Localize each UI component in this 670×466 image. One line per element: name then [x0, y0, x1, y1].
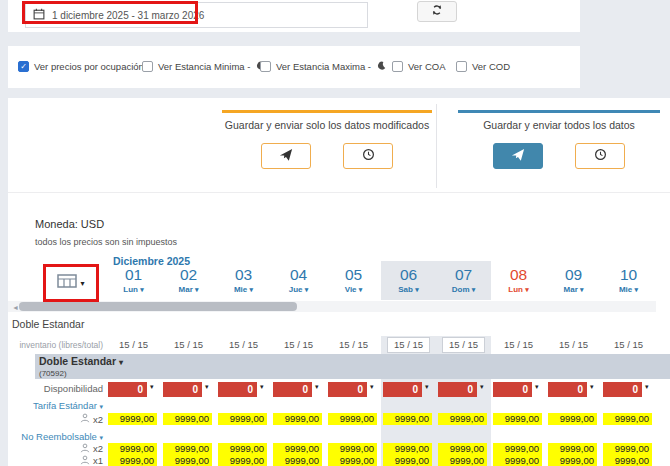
inventory-cell[interactable]: 15 / 15 — [271, 336, 326, 354]
inventory-cell[interactable]: 15 / 15 — [491, 336, 546, 354]
price-input[interactable]: 9999,00 — [603, 443, 652, 455]
checkbox-icon[interactable] — [392, 61, 403, 72]
day-header-01[interactable]: 01Lun ▾ — [106, 252, 161, 300]
inventory-cell[interactable]: 15 / 15 — [326, 336, 381, 354]
day-of-week[interactable]: Jue ▾ — [271, 285, 326, 294]
refresh-button[interactable] — [417, 1, 457, 22]
send-all-button[interactable] — [493, 143, 543, 169]
day-of-week[interactable]: Lun ▾ — [491, 285, 546, 294]
day-header-02[interactable]: 02Mar ▾ — [161, 252, 216, 300]
day-of-week[interactable]: Lun ▾ — [106, 285, 161, 294]
schedule-modified-button[interactable] — [343, 143, 393, 169]
day-of-week[interactable]: Dom ▾ — [436, 285, 491, 294]
price-input[interactable]: 9999,00 — [108, 455, 157, 466]
price-input[interactable]: 9999,00 — [218, 443, 267, 455]
price-input[interactable]: 9999,00 — [548, 455, 597, 466]
chevron-down-icon[interactable]: ▾ — [425, 383, 429, 391]
price-input[interactable]: 9999,00 — [273, 413, 322, 425]
date-range-input[interactable]: 1 diciembre 2025 - 31 marzo 2026 — [25, 2, 368, 28]
scrollbar-thumb[interactable] — [19, 302, 297, 311]
price-input[interactable]: 9999,00 — [603, 455, 652, 466]
day-header-04[interactable]: 04Jue ▾ — [271, 252, 326, 300]
inventory-cell[interactable]: 15 / 15 — [381, 336, 436, 354]
inventory-cell[interactable]: 15 / 15 — [106, 336, 161, 354]
day-of-week[interactable]: Mar ▾ — [161, 285, 216, 294]
price-input[interactable]: 9999,00 — [383, 455, 432, 466]
inventory-cell[interactable]: 15 / 15 — [601, 336, 656, 354]
day-of-week[interactable]: Mie ▾ — [216, 285, 271, 294]
inventory-cell[interactable]: 15 / 15 — [546, 336, 601, 354]
filter-ver-coa[interactable]: Ver COA — [392, 61, 446, 72]
price-input[interactable]: 9999,00 — [328, 443, 377, 455]
price-input[interactable]: 9999,00 — [108, 413, 157, 425]
price-input[interactable]: 9999,00 — [493, 413, 542, 425]
checkbox-icon[interactable] — [142, 61, 153, 72]
checkbox-checked-icon[interactable]: ✓ — [18, 61, 29, 72]
chevron-down-icon[interactable]: ▾ — [315, 383, 319, 391]
filter-estancia-minima[interactable]: Ver Estancia Minima - — [142, 61, 265, 72]
price-input[interactable]: 9999,00 — [548, 413, 597, 425]
day-of-week[interactable]: Sab ▾ — [381, 285, 436, 294]
filter-ver-cod[interactable]: Ver COD — [456, 61, 510, 72]
price-input[interactable]: 9999,00 — [438, 443, 487, 455]
day-header-05[interactable]: 05Vie ▾ — [326, 252, 381, 300]
chevron-down-icon[interactable]: ▾ — [260, 383, 264, 391]
price-input[interactable]: 9999,00 — [383, 413, 432, 425]
scrollbar-track[interactable]: ◄ — [8, 301, 656, 312]
price-input[interactable]: 9999,00 — [273, 455, 322, 466]
price-input[interactable]: 9999,00 — [273, 443, 322, 455]
grid-view-button[interactable]: ▾ — [46, 267, 96, 299]
price-input[interactable]: 9999,00 — [603, 413, 652, 425]
price-input[interactable]: 9999,00 — [493, 455, 542, 466]
chevron-down-icon[interactable]: ▾ — [480, 383, 484, 391]
day-of-week[interactable]: Vie ▾ — [326, 285, 381, 294]
rate-name-dropdown[interactable]: No Reembolsable ▾ — [8, 431, 106, 443]
price-input[interactable]: 9999,00 — [438, 455, 487, 466]
inventory-cell[interactable]: 15 / 15 — [161, 336, 216, 354]
availability-input[interactable]: 0 — [273, 382, 312, 397]
chevron-down-icon[interactable]: ▾ — [205, 383, 209, 391]
availability-input[interactable]: 0 — [493, 382, 532, 397]
filter-estancia-maxima[interactable]: Ver Estancia Maxima - — [260, 61, 401, 72]
inventory-cell[interactable]: 15 / 15 — [436, 336, 491, 354]
day-header-09[interactable]: 09Mar ▾ — [546, 252, 601, 300]
availability-input[interactable]: 0 — [163, 382, 202, 397]
price-input[interactable]: 9999,00 — [328, 413, 377, 425]
price-input[interactable]: 9999,00 — [163, 413, 212, 425]
day-header-06[interactable]: 06Sab ▾ — [381, 252, 436, 300]
availability-input[interactable]: 0 — [548, 382, 587, 397]
scroll-left-arrow-icon[interactable]: ◄ — [12, 303, 19, 312]
availability-input[interactable]: 0 — [383, 382, 422, 397]
availability-input[interactable]: 0 — [108, 382, 147, 397]
chevron-down-icon[interactable]: ▾ — [645, 383, 649, 391]
price-input[interactable]: 9999,00 — [328, 455, 377, 466]
price-input[interactable]: 9999,00 — [218, 413, 267, 425]
availability-input[interactable]: 0 — [218, 382, 257, 397]
chevron-down-icon[interactable]: ▾ — [535, 383, 539, 391]
rate-name-dropdown[interactable]: Tarifa Estándar ▾ — [8, 399, 106, 413]
price-input[interactable]: 9999,00 — [218, 455, 267, 466]
day-header-03[interactable]: 03Mie ▾ — [216, 252, 271, 300]
price-input[interactable]: 9999,00 — [438, 413, 487, 425]
checkbox-icon[interactable] — [260, 61, 271, 72]
price-input[interactable]: 9999,00 — [493, 443, 542, 455]
schedule-all-button[interactable] — [575, 143, 625, 169]
chevron-down-icon[interactable]: ▾ — [370, 383, 374, 391]
price-input[interactable]: 9999,00 — [548, 443, 597, 455]
chevron-down-icon[interactable]: ▾ — [590, 383, 594, 391]
day-of-week[interactable]: Mie ▾ — [601, 285, 656, 294]
availability-input[interactable]: 0 — [438, 382, 477, 397]
chevron-down-icon[interactable]: ▾ — [150, 383, 154, 391]
price-input[interactable]: 9999,00 — [163, 443, 212, 455]
room-name-dropdown[interactable]: Doble Estandar ▾ — [39, 355, 670, 369]
price-input[interactable]: 9999,00 — [163, 455, 212, 466]
day-header-08[interactable]: 08Lun ▾ — [491, 252, 546, 300]
filter-ver-precios[interactable]: ✓ Ver precios por ocupación — [18, 61, 144, 72]
day-of-week[interactable]: Mar ▾ — [546, 285, 601, 294]
availability-input[interactable]: 0 — [603, 382, 642, 397]
price-input[interactable]: 9999,00 — [108, 443, 157, 455]
price-input[interactable]: 9999,00 — [383, 443, 432, 455]
checkbox-icon[interactable] — [456, 61, 467, 72]
send-modified-button[interactable] — [261, 143, 311, 169]
availability-input[interactable]: 0 — [328, 382, 367, 397]
